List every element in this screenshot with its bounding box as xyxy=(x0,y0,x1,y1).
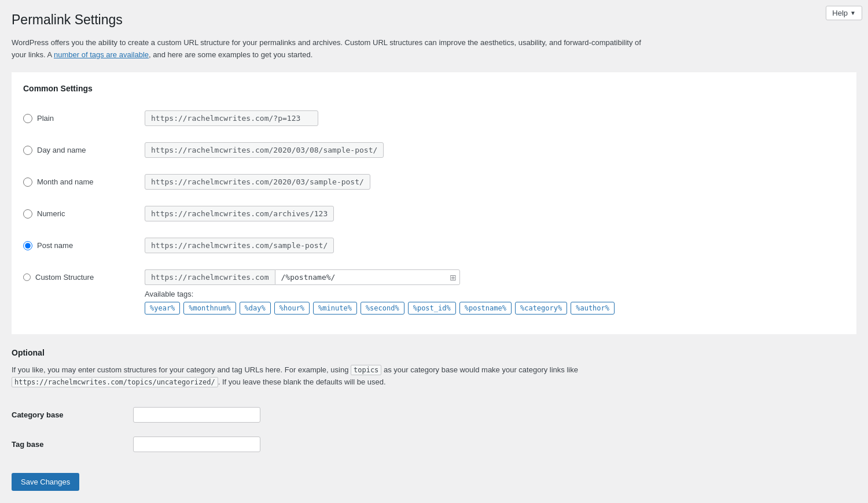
custom-structure-input-wrapper: ⊞ xyxy=(275,269,460,285)
example-url: https://rachelmcwrites.com/topics/uncate… xyxy=(12,377,218,387)
page-wrapper: Help ▼ Permalink Settings WordPress offe… xyxy=(0,0,868,503)
tag-button-%author%[interactable]: %author% xyxy=(571,302,615,315)
radio-label-text-plain: Plain xyxy=(37,114,54,123)
radio-row-month-and-name: Month and name https://rachelmcwrites.co… xyxy=(23,166,845,198)
url-preview-numeric: https://rachelmcwrites.com/archives/123 xyxy=(145,206,334,221)
available-tags-label: Available tags: xyxy=(145,290,845,298)
radio-label-text-post-name: Post name xyxy=(37,241,73,250)
optional-desc-end: . If you leave these blank the defaults … xyxy=(218,378,386,386)
page-description: WordPress offers you the ability to crea… xyxy=(12,37,648,61)
category-base-row: Category base xyxy=(12,400,856,430)
radio-label-numeric[interactable]: Numeric xyxy=(23,209,145,219)
radio-options-container: Plain https://rachelmcwrites.com/?p=123 … xyxy=(23,102,845,261)
tag-button-%category%[interactable]: %category% xyxy=(515,302,567,315)
page-title: Permalink Settings xyxy=(12,12,856,29)
custom-structure-label-text: Custom Structure xyxy=(35,273,94,282)
common-settings-section: Common Settings Plain https://rachelmcwr… xyxy=(12,72,856,334)
optional-section: Optional If you like, you may enter cust… xyxy=(12,348,856,459)
common-settings-title: Common Settings xyxy=(23,84,845,93)
grid-icon[interactable]: ⊞ xyxy=(450,273,457,282)
custom-structure-input[interactable] xyxy=(275,269,460,285)
radio-post-name[interactable] xyxy=(23,241,32,250)
custom-structure-label[interactable]: Custom Structure xyxy=(23,273,145,282)
radio-label-post-name[interactable]: Post name xyxy=(23,241,145,250)
radio-row-post-name: Post name https://rachelmcwrites.com/sam… xyxy=(23,230,845,261)
tag-base-label: Tag base xyxy=(12,440,133,449)
help-button[interactable]: Help ▼ xyxy=(826,6,862,20)
tag-button-%year%[interactable]: %year% xyxy=(145,302,180,315)
radio-label-text-numeric: Numeric xyxy=(37,209,65,218)
tag-base-input[interactable] xyxy=(133,437,260,452)
custom-structure-radio[interactable] xyxy=(23,273,31,281)
optional-description: If you like, you may enter custom struct… xyxy=(12,364,648,389)
url-preview-plain: https://rachelmcwrites.com/?p=123 xyxy=(145,110,318,126)
radio-label-day-and-name[interactable]: Day and name xyxy=(23,146,145,155)
tag-button-%postname%[interactable]: %postname% xyxy=(459,302,512,315)
tag-button-%post_id%[interactable]: %post_id% xyxy=(408,302,456,315)
tag-button-%hour%[interactable]: %hour% xyxy=(274,302,310,315)
radio-label-month-and-name[interactable]: Month and name xyxy=(23,177,145,187)
optional-title: Optional xyxy=(12,348,856,357)
chevron-down-icon: ▼ xyxy=(850,10,856,16)
tags-available-link[interactable]: number of tags are available xyxy=(54,50,149,59)
radio-month-and-name[interactable] xyxy=(23,177,32,187)
radio-label-text-month-and-name: Month and name xyxy=(37,177,94,186)
radio-label-plain[interactable]: Plain xyxy=(23,114,145,123)
tag-base-row: Tag base xyxy=(12,430,856,459)
radio-row-plain: Plain https://rachelmcwrites.com/?p=123 xyxy=(23,102,845,134)
radio-row-numeric: Numeric https://rachelmcwrites.com/archi… xyxy=(23,198,845,230)
save-changes-button[interactable]: Save Changes xyxy=(12,473,79,491)
available-tags-section: Available tags: %year%%monthnum%%day%%ho… xyxy=(23,290,845,315)
tag-button-%minute%[interactable]: %minute% xyxy=(313,302,357,315)
tag-button-%day%[interactable]: %day% xyxy=(240,302,271,315)
category-base-label: Category base xyxy=(12,410,133,419)
radio-row-day-and-name: Day and name https://rachelmcwrites.com/… xyxy=(23,134,845,166)
tags-list: %year%%monthnum%%day%%hour%%minute%%seco… xyxy=(145,302,845,315)
radio-plain[interactable] xyxy=(23,114,32,123)
url-preview-day-and-name: https://rachelmcwrites.com/2020/03/08/sa… xyxy=(145,142,384,158)
url-preview-post-name: https://rachelmcwrites.com/sample-post/ xyxy=(145,238,334,253)
help-label: Help xyxy=(832,9,848,17)
tag-button-%second%[interactable]: %second% xyxy=(361,302,404,315)
custom-structure-inputs: https://rachelmcwrites.com ⊞ xyxy=(145,269,460,285)
custom-structure-top: Custom Structure https://rachelmcwrites.… xyxy=(23,269,845,285)
description-end: , and here are some examples to get you … xyxy=(149,50,312,59)
example-code: topics xyxy=(351,365,381,375)
optional-desc-start: If you like, you may enter custom struct… xyxy=(12,365,351,374)
tag-button-%monthnum%[interactable]: %monthnum% xyxy=(183,302,236,315)
category-base-input[interactable] xyxy=(133,407,260,423)
radio-numeric[interactable] xyxy=(23,209,32,219)
url-preview-month-and-name: https://rachelmcwrites.com/2020/03/sampl… xyxy=(145,174,370,190)
custom-structure-base-url: https://rachelmcwrites.com xyxy=(145,269,275,285)
radio-label-text-day-and-name: Day and name xyxy=(37,146,86,154)
radio-day-and-name[interactable] xyxy=(23,146,32,155)
optional-desc-middle: as your category base would make your ca… xyxy=(381,365,578,374)
custom-structure-row: Custom Structure https://rachelmcwrites.… xyxy=(23,261,845,323)
